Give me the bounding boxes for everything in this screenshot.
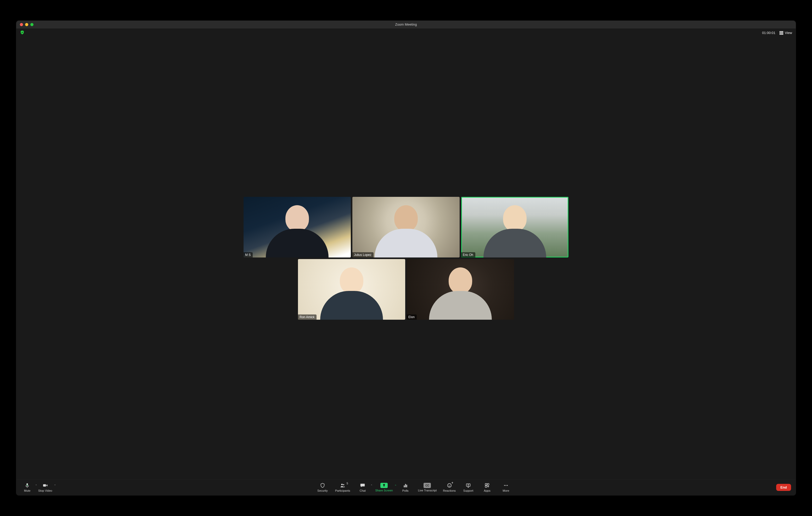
gallery-row-1: M S Julius Lopez Eric Oh xyxy=(243,197,569,257)
participant-name: Julius Lopez xyxy=(352,252,374,257)
support-icon xyxy=(465,483,471,488)
apps-icon xyxy=(484,483,490,488)
video-options-caret[interactable]: ⌃ xyxy=(54,484,56,487)
participant-name: Ron Amick xyxy=(298,314,317,320)
participant-tile[interactable]: M S xyxy=(243,197,351,257)
minimize-window-button[interactable] xyxy=(25,23,28,26)
chat-icon xyxy=(360,483,366,488)
chat-options-caret[interactable]: ⌃ xyxy=(370,484,373,487)
reactions-label: Reactions xyxy=(443,489,456,492)
chat-label: Chat xyxy=(360,489,366,492)
svg-rect-1 xyxy=(27,485,28,486)
participants-label: Participants xyxy=(335,489,350,492)
security-button[interactable]: Security xyxy=(316,483,329,492)
mute-label: Mute xyxy=(24,489,30,492)
encryption-shield-icon[interactable] xyxy=(20,30,25,36)
participant-name: Eric Oh xyxy=(461,252,475,257)
polls-icon xyxy=(403,483,408,488)
people-icon: 5 xyxy=(340,483,346,488)
live-transcript-button[interactable]: CC Live Transcript xyxy=(418,483,437,492)
svg-point-17 xyxy=(507,485,508,486)
maximize-window-button[interactable] xyxy=(30,23,33,26)
smile-icon: + xyxy=(446,483,452,488)
shield-icon xyxy=(320,483,325,488)
window-title: Zoom Meeting xyxy=(16,23,796,26)
meeting-topbar: 01:00:01 View xyxy=(16,29,796,37)
more-label: More xyxy=(503,489,509,492)
more-button[interactable]: More xyxy=(500,483,512,492)
security-label: Security xyxy=(317,489,328,492)
svg-point-15 xyxy=(504,485,505,486)
zoom-window: Zoom Meeting 01:00:01 View xyxy=(16,21,796,495)
svg-rect-2 xyxy=(43,484,46,486)
participant-tile[interactable]: Ron Amick xyxy=(298,259,405,320)
svg-point-9 xyxy=(448,485,449,485)
svg-rect-6 xyxy=(405,484,406,487)
view-label: View xyxy=(785,31,792,35)
window-controls xyxy=(16,23,33,26)
participant-tile[interactable]: Julius Lopez xyxy=(352,197,460,257)
participants-button[interactable]: 5 Participants xyxy=(335,483,350,492)
more-icon xyxy=(503,483,509,488)
svg-point-3 xyxy=(341,484,343,485)
apps-button[interactable]: Apps xyxy=(481,483,493,492)
svg-rect-5 xyxy=(404,485,404,487)
participant-tile[interactable]: Elon xyxy=(407,259,514,320)
svg-rect-14 xyxy=(485,486,487,487)
share-options-caret[interactable]: ⌃ xyxy=(395,484,397,487)
cc-icon: CC xyxy=(424,483,431,488)
participants-count-badge: 5 xyxy=(347,482,348,485)
polls-button[interactable]: Polls xyxy=(399,483,412,492)
mute-options-caret[interactable]: ⌃ xyxy=(35,484,37,487)
svg-rect-7 xyxy=(406,485,407,487)
close-window-button[interactable] xyxy=(20,23,23,26)
svg-point-4 xyxy=(343,484,344,485)
gallery-row-2: Ron Amick Elon xyxy=(298,259,514,320)
end-meeting-button[interactable]: End xyxy=(776,484,791,491)
svg-point-10 xyxy=(450,485,450,485)
participant-name: M S xyxy=(243,252,253,257)
stop-video-label: Stop Video xyxy=(38,489,52,492)
reactions-button[interactable]: + Reactions xyxy=(443,483,456,492)
participant-tile-active-speaker[interactable]: Eric Oh xyxy=(461,197,569,257)
apps-label: Apps xyxy=(484,489,491,492)
svg-rect-12 xyxy=(485,484,487,485)
video-icon xyxy=(42,483,48,488)
svg-point-16 xyxy=(505,485,506,486)
svg-point-8 xyxy=(447,484,451,487)
grid-icon xyxy=(780,31,783,35)
view-button[interactable]: View xyxy=(780,31,792,35)
live-transcript-label: Live Transcript xyxy=(418,489,437,492)
share-label: Share Screen xyxy=(375,489,393,492)
meeting-timer: 01:00:01 xyxy=(762,31,775,35)
share-screen-button[interactable]: Share Screen ⌃ xyxy=(375,483,393,492)
support-button[interactable]: Support xyxy=(462,483,474,492)
polls-label: Polls xyxy=(402,489,409,492)
microphone-icon xyxy=(24,483,30,488)
meeting-controls: Mute ⌃ Stop Video ⌃ xyxy=(16,479,796,495)
share-icon xyxy=(380,483,388,488)
support-label: Support xyxy=(463,489,473,492)
titlebar: Zoom Meeting xyxy=(16,21,796,29)
video-gallery: M S Julius Lopez Eric Oh xyxy=(16,37,796,479)
chat-button[interactable]: Chat ⌃ xyxy=(356,483,369,492)
svg-rect-13 xyxy=(487,484,489,485)
participant-name: Elon xyxy=(407,314,417,320)
mute-button[interactable]: Mute ⌃ xyxy=(21,483,33,492)
stop-video-button[interactable]: Stop Video ⌃ xyxy=(38,483,52,492)
